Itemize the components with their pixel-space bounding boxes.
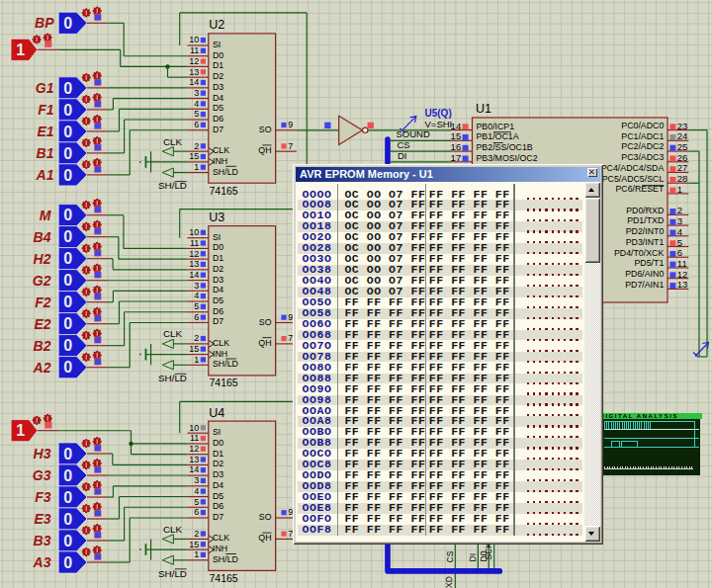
svg-text:A1: A1 bbox=[36, 167, 54, 183]
svg-text:D2: D2 bbox=[213, 459, 223, 468]
svg-text:SH/LD: SH/LD bbox=[213, 167, 238, 177]
svg-text:SH/LD: SH/LD bbox=[158, 373, 187, 383]
svg-text:0: 0 bbox=[63, 250, 72, 267]
svg-text:D0: D0 bbox=[213, 242, 223, 252]
svg-text:B2: B2 bbox=[34, 338, 51, 354]
svg-text:CLK: CLK bbox=[163, 524, 183, 535]
svg-text:3: 3 bbox=[194, 281, 199, 291]
svg-text:13: 13 bbox=[189, 455, 199, 464]
svg-text:2: 2 bbox=[194, 333, 199, 343]
svg-text:CLK: CLK bbox=[163, 328, 183, 339]
svg-text:0: 0 bbox=[63, 80, 72, 97]
svg-text:11: 11 bbox=[190, 433, 199, 443]
svg-text:12: 12 bbox=[189, 56, 199, 66]
svg-text:D2: D2 bbox=[213, 71, 223, 81]
svg-text:CLK: CLK bbox=[163, 136, 183, 147]
svg-text:9: 9 bbox=[288, 120, 293, 129]
svg-text:0: 0 bbox=[63, 294, 72, 310]
svg-text:SI: SI bbox=[213, 232, 221, 242]
svg-text:SI: SI bbox=[213, 40, 221, 49]
svg-text:B1: B1 bbox=[37, 145, 54, 161]
svg-text:4: 4 bbox=[677, 226, 682, 237]
svg-text:1: 1 bbox=[16, 422, 25, 439]
svg-text:14: 14 bbox=[189, 464, 199, 474]
svg-text:1: 1 bbox=[194, 549, 199, 559]
svg-text:D5: D5 bbox=[213, 491, 223, 501]
svg-text:6: 6 bbox=[194, 120, 199, 129]
svg-text:INH: INH bbox=[213, 349, 227, 359]
svg-text:SH/LD: SH/LD bbox=[158, 568, 187, 579]
svg-text:5: 5 bbox=[194, 109, 199, 119]
svg-text:D1: D1 bbox=[213, 60, 223, 70]
svg-text:QH: QH bbox=[258, 145, 271, 155]
svg-text:6: 6 bbox=[677, 247, 682, 258]
svg-text:10: 10 bbox=[189, 227, 199, 237]
svg-text:U5(Q): U5(Q) bbox=[425, 108, 452, 119]
svg-text:SO: SO bbox=[259, 317, 272, 327]
svg-text:2: 2 bbox=[677, 205, 682, 215]
svg-text:6: 6 bbox=[194, 312, 199, 322]
svg-text:INH: INH bbox=[213, 156, 227, 166]
svg-text:28: 28 bbox=[677, 173, 688, 184]
svg-text:0: 0 bbox=[63, 554, 72, 571]
svg-text:0: 0 bbox=[63, 359, 72, 376]
svg-text:D4: D4 bbox=[213, 285, 223, 294]
svg-text:0: 0 bbox=[63, 467, 72, 484]
svg-text:G2: G2 bbox=[33, 273, 51, 289]
svg-text:H3: H3 bbox=[34, 446, 51, 462]
svg-text:D5: D5 bbox=[213, 295, 223, 305]
svg-text:E2: E2 bbox=[34, 316, 50, 332]
svg-text:4: 4 bbox=[194, 291, 199, 300]
svg-text:1: 1 bbox=[16, 42, 25, 58]
svg-text:25: 25 bbox=[677, 141, 688, 152]
svg-text:PD0/RXD: PD0/RXD bbox=[626, 206, 664, 215]
svg-text:SO: SO bbox=[259, 512, 272, 522]
svg-text:V=SHI: V=SHI bbox=[425, 119, 453, 129]
svg-text:PC5/ADC5/SCL: PC5/ADC5/SCL bbox=[602, 174, 665, 184]
svg-text:0: 0 bbox=[63, 272, 72, 289]
svg-text:0: 0 bbox=[63, 207, 72, 223]
svg-text:16: 16 bbox=[451, 141, 462, 152]
svg-text:PD5/T1: PD5/T1 bbox=[634, 258, 664, 268]
svg-text:14: 14 bbox=[189, 270, 199, 280]
svg-text:0: 0 bbox=[63, 124, 72, 140]
svg-text:PD7/AIN1: PD7/AIN1 bbox=[625, 280, 664, 290]
svg-text:15: 15 bbox=[451, 130, 462, 141]
svg-text:D3: D3 bbox=[213, 82, 223, 92]
svg-text:U3: U3 bbox=[209, 210, 224, 224]
svg-text:15: 15 bbox=[189, 151, 199, 161]
svg-text:13: 13 bbox=[189, 67, 199, 77]
svg-text:D1: D1 bbox=[213, 449, 223, 459]
svg-text:U2: U2 bbox=[209, 18, 224, 32]
svg-text:3: 3 bbox=[677, 215, 682, 226]
svg-text:5: 5 bbox=[194, 497, 199, 507]
svg-text:D3: D3 bbox=[213, 275, 223, 285]
svg-text:14: 14 bbox=[189, 77, 199, 87]
svg-text:BP: BP bbox=[35, 15, 54, 31]
svg-text:D4: D4 bbox=[213, 480, 223, 490]
svg-text:PB3/MOSI/OC2: PB3/MOSI/OC2 bbox=[477, 153, 538, 163]
svg-text:PD2/INT0: PD2/INT0 bbox=[626, 226, 665, 236]
svg-text:0: 0 bbox=[63, 446, 72, 462]
svg-text:0: 0 bbox=[63, 315, 72, 332]
svg-text:G3: G3 bbox=[33, 467, 51, 483]
svg-text:DI: DI bbox=[398, 150, 407, 161]
svg-text:0: 0 bbox=[63, 337, 72, 354]
svg-text:0: 0 bbox=[63, 511, 72, 528]
svg-text:15: 15 bbox=[189, 344, 199, 354]
svg-text:F2: F2 bbox=[35, 294, 51, 310]
svg-text:0: 0 bbox=[63, 228, 72, 245]
svg-text:E1: E1 bbox=[37, 124, 53, 139]
svg-text:0: 0 bbox=[63, 15, 72, 32]
svg-text:SCK: SCK bbox=[484, 543, 493, 560]
svg-text:3: 3 bbox=[194, 475, 199, 485]
svg-text:PB0/ICP1: PB0/ICP1 bbox=[477, 122, 515, 131]
svg-text:D0: D0 bbox=[213, 438, 223, 448]
svg-text:D7: D7 bbox=[213, 512, 223, 522]
svg-text:PD3/INT1: PD3/INT1 bbox=[626, 237, 665, 247]
svg-text:1: 1 bbox=[194, 355, 199, 365]
svg-text:0: 0 bbox=[63, 145, 72, 162]
svg-text:1: 1 bbox=[194, 162, 199, 172]
svg-text:D5: D5 bbox=[213, 103, 223, 113]
svg-text:CLK: CLK bbox=[213, 338, 229, 348]
